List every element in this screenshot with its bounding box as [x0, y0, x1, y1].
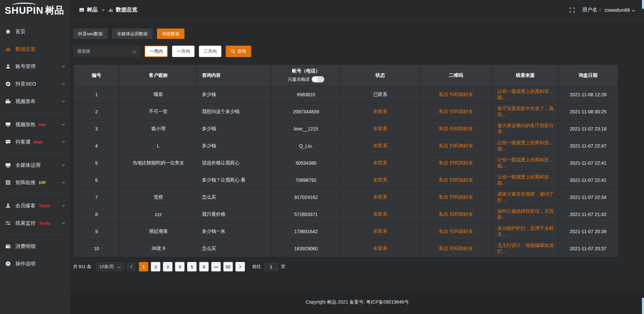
date-cell: 2021-11-07 22:41: [558, 155, 618, 172]
account-cell: 178651642: [271, 223, 341, 240]
next-page-button[interactable]: [235, 262, 245, 271]
sidebar-item-video-publish[interactable]: 视频发布: [0, 93, 70, 110]
scrollbar-thumb[interactable]: [642, 298, 644, 314]
table-row: 6 多少钱？让我死心 看 70898792 未联系 私信 扫码加好友 让你一眼就…: [73, 172, 619, 189]
prev-page-button[interactable]: [127, 262, 136, 271]
source-link-cell[interactable]: 如何正确选择投影仪，买投影...: [492, 206, 558, 223]
period-week-button[interactable]: 一周内: [145, 46, 168, 57]
account-cell: 50534380: [271, 155, 341, 172]
qr-actions-cell[interactable]: 私信 扫码加好友: [419, 189, 492, 206]
breadcrumb-separator: >: [102, 7, 104, 13]
source-link-cell[interactable]: 被大家追着问的客厅投影分享...: [492, 120, 558, 138]
qr-actions-cell[interactable]: 私信 扫码加好友: [419, 155, 492, 172]
page-button-6[interactable]: 6: [199, 262, 209, 271]
phone-only-toggle[interactable]: [312, 76, 324, 83]
user-icon: [5, 64, 11, 69]
sidebar-item-help[interactable]: ? 操作说明: [0, 255, 70, 272]
status-cell: 未联系: [341, 223, 419, 240]
qr-actions-cell[interactable]: 私信 扫码加好友: [419, 223, 492, 240]
nickname-cell: 当地比较能吃的一位美女: [120, 155, 197, 172]
source-link-cell[interactable]: 让你一眼就爱上的黑科技，能...: [492, 155, 558, 172]
breadcrumb-home[interactable]: 树品: [87, 6, 98, 13]
nickname-cell: zzz: [120, 206, 197, 223]
source-link-cell[interactable]: 让你一眼就爱上的黑科技，能...: [492, 172, 558, 189]
qr-actions-cell[interactable]: 私信 扫码加好友: [419, 138, 492, 155]
sidebar-item-label: 数据总览: [15, 46, 36, 52]
sidebar-item-consumption[interactable]: 消费明细: [0, 238, 70, 255]
account-cell: 572803371: [271, 206, 341, 223]
qr-actions-cell[interactable]: 私信 扫码加好友: [419, 206, 492, 223]
fullscreen-icon[interactable]: [570, 7, 575, 13]
period-month-button[interactable]: 一月内: [172, 46, 195, 57]
page-button-4[interactable]: 4: [175, 262, 184, 271]
nickname-cell: [120, 172, 197, 189]
sidebar-item-media-operation[interactable]: 全媒体运营: [0, 156, 70, 174]
gear-icon: [5, 81, 11, 87]
no-cell: 7: [73, 189, 120, 206]
goto-page-input[interactable]: [264, 262, 278, 271]
sidebar-item-label: 操作说明: [15, 261, 36, 267]
pagination: 共 911 条 10条/页 1 2 3 4 5 6 ••• 92 前往 页: [73, 262, 619, 271]
home-icon: [5, 29, 11, 34]
scrollbar-thumb[interactable]: [642, 0, 644, 9]
page-size-select[interactable]: 10条/页: [96, 262, 124, 271]
table-row: 4 L 多少钱 Q_Liu. 未联系 私信 扫码加好友 让你一眼就爱上的黑科技，…: [73, 138, 619, 155]
qr-actions-cell[interactable]: 私信 扫码加好友: [419, 86, 492, 103]
qr-actions-cell[interactable]: 私信 扫码加好友: [419, 120, 492, 138]
qr-actions-cell[interactable]: 私信 扫码加好友: [419, 103, 492, 120]
source-link-cell[interactable]: 多功能护栏灯，适用于乡村文...: [492, 223, 558, 240]
qr-actions-cell[interactable]: 私信 扫码加好友: [419, 172, 492, 189]
sidebar-item-home[interactable]: 首页: [0, 23, 70, 40]
source-link-cell[interactable]: 让你一眼就爱上的黑科技，能...: [492, 86, 558, 103]
breadcrumb: 树品 > 数据总览: [79, 6, 137, 13]
sidebar-item-douyin-seo[interactable]: 抖音SEO: [0, 75, 70, 93]
sidebar-item-video-heating[interactable]: 视频加热 Hot: [0, 116, 70, 133]
sidebar-item-data-overview[interactable]: 数据总览: [0, 40, 70, 58]
monitor-icon: [5, 162, 11, 168]
logo-text-cn: 树品: [45, 4, 64, 17]
col-header-account: 帐号（电话） 只显示电话: [271, 65, 341, 86]
date-cell: 2021-11-07 22:34: [558, 189, 618, 206]
sidebar-item-clue-monitor[interactable]: 线索监控 Tools: [0, 214, 70, 232]
period-quarter-button[interactable]: 三月内: [199, 46, 221, 57]
nickname-cell: 觉然: [120, 189, 197, 206]
source-link-cell[interactable]: 无主灯设计，智能磁吸轨道灯...: [492, 240, 558, 257]
sidebar-item-label: 会员爆客: [15, 203, 36, 209]
sidebar-item-matrix-boost[interactable]: 矩阵助推 VIP: [0, 174, 70, 191]
page-button-1[interactable]: 1: [139, 262, 148, 271]
content-cell: 多少钱？让我死心 看: [197, 172, 271, 189]
person-icon: [5, 203, 11, 208]
col-header-account-title: 帐号（电话）: [271, 68, 341, 74]
page-button-92[interactable]: 92: [223, 262, 233, 271]
query-button[interactable]: 查询: [226, 46, 251, 57]
topbar: 树品 > 数据总览 用户名：zswodun88: [70, 0, 644, 20]
source-link-cell[interactable]: 感谢大家喜欢我家，被问了好...: [492, 189, 558, 206]
source-link-cell[interactable]: 客厅安装投影半年多了，真实...: [492, 103, 558, 120]
sidebar-item-doukutong[interactable]: 抖客通 New: [0, 133, 70, 151]
account-cell: 2097344839: [271, 103, 341, 120]
page-button-3[interactable]: 3: [163, 262, 172, 271]
more-pages-button[interactable]: •••: [211, 262, 221, 271]
qr-actions-cell[interactable]: 私信 扫码加好友: [419, 240, 492, 257]
tab-inquiry-data[interactable]: 询盘数据: [157, 29, 184, 39]
source-link-cell[interactable]: 让你一眼就爱上的黑科技，能...: [492, 138, 558, 155]
user-menu[interactable]: 用户名：zswodun88: [582, 7, 635, 13]
nickname-cell: 36度 8: [120, 240, 197, 257]
sidebar-item-label: 首页: [15, 29, 25, 35]
chevron-down-icon: [132, 49, 136, 54]
filter-select[interactable]: 请选择: [73, 46, 140, 57]
chevron-down-icon: [62, 181, 65, 184]
table-row: 7 觉然 怎么买 917024162 未联系 私信 扫码加好友 感谢大家喜欢我家…: [73, 189, 619, 206]
page-button-5[interactable]: 5: [187, 262, 197, 271]
goto-label: 前往: [252, 264, 261, 270]
chevron-down-icon: [62, 83, 65, 85]
sidebar-item-account[interactable]: 账号管理: [0, 58, 70, 75]
nickname-cell: 潮起潮落: [120, 223, 197, 240]
sidebar-item-member-tools[interactable]: 会员爆客 Tools: [0, 197, 70, 214]
page-button-2[interactable]: 2: [151, 262, 160, 271]
table-row: 1 哦章 多少钱 9583810 已联系 私信 扫码加好友 让你一眼就爱上的黑科…: [73, 86, 619, 103]
tab-media-operation-data[interactable]: 全媒体运营数据: [112, 29, 153, 39]
col-header-date: 询盘日期: [558, 65, 618, 86]
tab-douyin-seo-data[interactable]: 抖音seo数据: [73, 29, 108, 39]
date-cell: 2021-11-07 22:47: [558, 138, 618, 155]
